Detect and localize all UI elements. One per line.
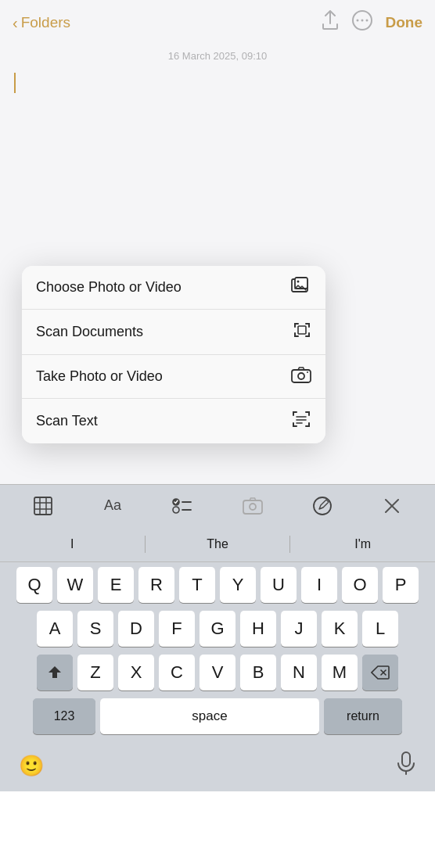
key-rows: Q W E R T Y U I O P A S D F G H J K L	[0, 562, 435, 745]
space-key[interactable]: space	[100, 698, 319, 734]
menu-item-label: Take Photo or Video	[36, 368, 163, 385]
microphone-icon[interactable]	[396, 751, 416, 780]
svg-point-9	[298, 373, 304, 379]
key-a[interactable]: A	[37, 611, 73, 647]
svg-rect-23	[243, 500, 262, 514]
key-j[interactable]: J	[281, 611, 317, 647]
key-v[interactable]: V	[200, 655, 235, 690]
key-row-4: 123 space return	[3, 698, 432, 734]
key-q[interactable]: Q	[16, 567, 52, 603]
key-f[interactable]: F	[159, 611, 195, 647]
key-s[interactable]: S	[77, 611, 113, 647]
key-l[interactable]: L	[362, 611, 398, 647]
key-c[interactable]: C	[159, 655, 195, 690]
numbers-key[interactable]: 123	[33, 698, 95, 734]
choose-photo-video-icon	[291, 277, 311, 298]
key-x[interactable]: X	[118, 655, 154, 690]
format-text-icon: Aa	[104, 497, 121, 514]
scan-documents-icon	[293, 321, 311, 343]
menu-item-choose-photo-video[interactable]: Choose Photo or Video	[22, 266, 325, 310]
key-w[interactable]: W	[57, 567, 93, 603]
key-o[interactable]: O	[342, 567, 378, 603]
bottom-bar: 🙂	[0, 745, 435, 791]
svg-rect-7	[298, 326, 306, 334]
key-row-3: Z X C V B N M	[3, 655, 432, 690]
predictive-word-0[interactable]: I	[0, 531, 145, 558]
toolbar-table-button[interactable]	[24, 490, 62, 522]
svg-point-21	[173, 507, 179, 513]
key-row-1: Q W E R T Y U I O P	[3, 567, 432, 603]
key-y[interactable]: Y	[220, 567, 256, 603]
key-z[interactable]: Z	[77, 655, 113, 690]
context-menu: Choose Photo or Video Scan Documents Tak…	[22, 266, 325, 443]
return-key[interactable]: return	[324, 698, 402, 734]
menu-item-scan-documents[interactable]: Scan Documents	[22, 310, 325, 355]
shift-key[interactable]	[37, 655, 73, 690]
svg-point-6	[297, 281, 300, 283]
svg-point-25	[314, 497, 331, 515]
key-e[interactable]: E	[98, 567, 134, 603]
key-m[interactable]: M	[322, 655, 358, 690]
scan-text-icon	[291, 410, 311, 432]
menu-item-label: Scan Text	[36, 413, 98, 429]
menu-item-scan-text[interactable]: Scan Text	[22, 399, 325, 443]
key-t[interactable]: T	[179, 567, 215, 603]
key-p[interactable]: P	[383, 567, 419, 603]
formatting-toolbar: Aa	[0, 484, 435, 526]
key-k[interactable]: K	[322, 611, 358, 647]
toolbar-close-button[interactable]	[373, 490, 411, 522]
menu-item-take-photo-video[interactable]: Take Photo or Video	[22, 355, 325, 399]
key-g[interactable]: G	[200, 611, 235, 647]
svg-rect-14	[34, 497, 52, 515]
menu-item-label: Scan Documents	[36, 324, 143, 340]
keyboard: I The I'm Q W E R T Y U I O P A S D F G …	[0, 526, 435, 791]
predictive-word-2[interactable]: I'm	[290, 531, 435, 558]
menu-item-label: Choose Photo or Video	[36, 279, 182, 296]
key-n[interactable]: N	[281, 655, 317, 690]
svg-rect-30	[402, 752, 410, 766]
key-i[interactable]: I	[301, 567, 337, 603]
take-photo-video-icon	[291, 366, 311, 387]
predictive-bar: I The I'm	[0, 526, 435, 562]
svg-point-10	[307, 371, 308, 373]
toolbar-format-button[interactable]: Aa	[94, 490, 131, 522]
key-d[interactable]: D	[118, 611, 154, 647]
key-h[interactable]: H	[240, 611, 276, 647]
toolbar-checklist-button[interactable]	[164, 490, 201, 522]
toolbar-camera-button[interactable]	[234, 490, 271, 522]
key-r[interactable]: R	[138, 567, 174, 603]
emoji-icon[interactable]: 🙂	[19, 754, 44, 778]
key-u[interactable]: U	[261, 567, 297, 603]
key-row-2: A S D F G H J K L	[3, 611, 432, 647]
svg-point-24	[250, 504, 256, 510]
toolbar-markup-button[interactable]	[304, 490, 341, 522]
delete-key[interactable]	[362, 655, 398, 690]
predictive-word-1[interactable]: The	[146, 531, 290, 558]
key-b[interactable]: B	[240, 655, 276, 690]
